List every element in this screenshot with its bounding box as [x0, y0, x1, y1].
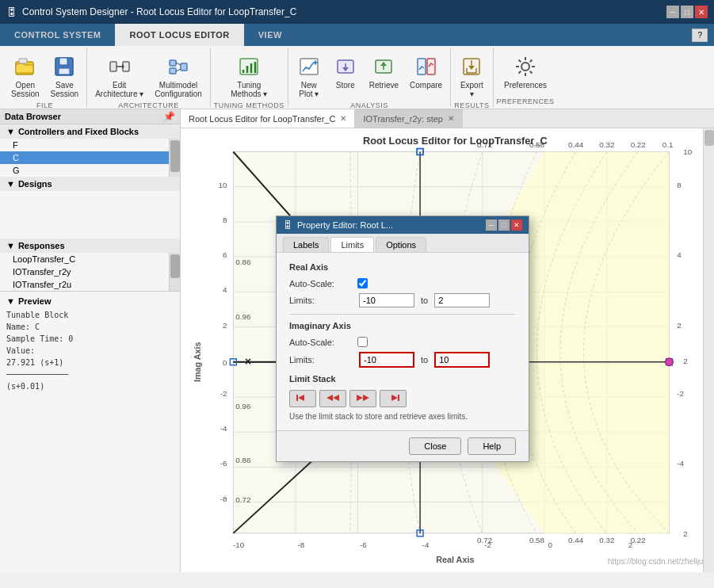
svg-marker-119	[363, 395, 369, 401]
controllers-scrollbar[interactable]	[169, 139, 180, 177]
close-button[interactable]: Close	[409, 437, 461, 455]
limit-stack-hint: Use the limit stack to store and retriev…	[289, 412, 516, 421]
imag-axis-autoscale-row: Auto-Scale:	[289, 337, 516, 347]
sidebar-iotransfer-r2y-label: IOTransfer_r2y	[13, 267, 71, 277]
close-button[interactable]: ✕	[695, 6, 708, 18]
doc-tab-iotransfer-close[interactable]: ✕	[448, 114, 454, 123]
store-button[interactable]: Store	[328, 51, 363, 93]
tab-control-system[interactable]: CONTROL SYSTEM	[0, 24, 115, 46]
main-layout: Data Browser 📌 ▼ Controllers and Fixed B…	[0, 109, 714, 572]
limit-stack-next-button[interactable]	[349, 390, 376, 407]
plot-area: × × -10 -8 -6 -4 -2 0	[181, 128, 714, 572]
modal-title-left: 🎛 Property Editor: Root L...	[283, 220, 393, 231]
retrieve-button[interactable]: Retrieve	[365, 51, 403, 93]
svg-marker-116	[298, 395, 304, 401]
imag-limits-from-input[interactable]	[359, 352, 414, 368]
limit-stack-prev-button[interactable]	[319, 390, 346, 407]
modal-close-x-button[interactable]: ✕	[511, 220, 522, 231]
real-axis-autoscale-row: Auto-Scale:	[289, 278, 516, 288]
modal-tab-options[interactable]: Options	[376, 237, 426, 252]
sidebar-pin-icon[interactable]: 📌	[163, 111, 175, 122]
toolbar-right-icons: ?	[692, 24, 714, 46]
title-bar: 🎛 Control System Designer - Root Locus E…	[0, 0, 714, 24]
svg-line-38	[519, 60, 521, 63]
limit-stack-last-button[interactable]	[380, 390, 407, 407]
doc-tab-iotransfer[interactable]: IOTransfer_r2y: step ✕	[355, 109, 462, 128]
sidebar-item-G[interactable]: G	[0, 164, 169, 177]
svg-line-41	[519, 71, 521, 74]
real-limits-to-input[interactable]	[434, 293, 490, 307]
doc-tab-root-locus-close[interactable]: ✕	[340, 114, 346, 123]
tab-view[interactable]: VIEW	[244, 24, 296, 46]
modal-tab-options-label: Options	[386, 240, 416, 250]
modal-title: Property Editor: Root L...	[297, 220, 393, 230]
preferences-label: Preferences	[504, 81, 547, 90]
tab-root-locus-editor[interactable]: ROOT LOCUS EDITOR	[115, 24, 243, 46]
toolbar-group-file: OpenSession SaveSession FILE	[3, 48, 87, 107]
toolbar-group-results: Export▾ RESULTS	[451, 48, 493, 107]
export-icon	[459, 54, 484, 79]
real-axis-section-title: Real Axis	[289, 262, 516, 272]
modal-tab-limits[interactable]: Limits	[330, 237, 374, 252]
doc-tab-root-locus[interactable]: Root Locus Editor for LoopTransfer_C ✕	[181, 109, 355, 128]
real-autoscale-checkbox[interactable]	[357, 278, 368, 288]
modal-maximize-button[interactable]: □	[498, 220, 510, 231]
modal-minimize-button[interactable]: ─	[486, 220, 497, 231]
new-plot-button[interactable]: NewPlot ▾	[292, 51, 326, 101]
multimodel-configuration-button[interactable]: MultimodelConfiguration	[150, 51, 206, 101]
limit-stack-first-button[interactable]	[289, 390, 316, 407]
responses-expand-icon: ▼	[6, 241, 15, 250]
preview-line-7: (s+0.01)	[6, 380, 174, 392]
compare-button[interactable]: Compare	[405, 51, 447, 93]
imag-limits-label: Limits:	[289, 355, 353, 365]
help-button-modal[interactable]: Help	[468, 437, 516, 455]
tab-root-locus-editor-label: ROOT LOCUS EDITOR	[129, 30, 229, 40]
toolbar-group-architecture: EditArchitecture ▾ MultimodelConfigurati…	[87, 48, 211, 107]
sidebar-item-iotransfer-r2u[interactable]: IOTransfer_r2u	[0, 278, 169, 291]
sidebar-iotransfer-r2u-label: IOTransfer_r2u	[13, 280, 71, 289]
preferences-button[interactable]: Preferences	[499, 51, 552, 93]
help-button[interactable]: ?	[692, 29, 708, 42]
maximize-button[interactable]: □	[681, 6, 693, 18]
save-session-button[interactable]: SaveSession	[46, 51, 84, 101]
controllers-section-header[interactable]: ▼ Controllers and Fixed Blocks	[0, 124, 180, 139]
sidebar-item-looptransfer[interactable]: LoopTransfer_C	[0, 253, 169, 265]
svg-marker-118	[333, 395, 339, 401]
real-limits-from-input[interactable]	[359, 293, 414, 307]
modal-tab-labels[interactable]: Labels	[283, 237, 329, 252]
svg-rect-29	[427, 59, 435, 74]
responses-scrollbar-thumb[interactable]	[170, 254, 180, 278]
tuning-methods-button[interactable]: TuningMethods ▾	[226, 51, 272, 101]
preview-section: ▼ Preview Tunable Block Name: C Sample T…	[0, 291, 180, 397]
matlab-icon: 🎛	[283, 220, 292, 231]
imag-autoscale-checkbox[interactable]	[357, 337, 368, 347]
minimize-button[interactable]: ─	[666, 6, 679, 18]
responses-section-header[interactable]: ▼ Responses	[0, 239, 180, 253]
responses-list-container: LoopTransfer_C IOTransfer_r2y IOTransfer…	[0, 253, 180, 291]
preview-header[interactable]: ▼ Preview	[6, 296, 174, 306]
limit-stack-section: Limit Stack	[289, 374, 516, 421]
svg-rect-3	[59, 58, 67, 65]
sidebar-item-iotransfer-r2y[interactable]: IOTransfer_r2y	[0, 265, 169, 278]
sidebar-item-C-label: C	[13, 153, 19, 162]
sidebar-item-C[interactable]: C	[0, 151, 169, 164]
sidebar-item-F[interactable]: F	[0, 139, 169, 151]
data-browser-title: Data Browser	[5, 112, 61, 121]
imag-limits-to-input[interactable]	[434, 352, 490, 368]
retrieve-icon	[371, 54, 396, 79]
imag-autoscale-label: Auto-Scale:	[289, 338, 353, 347]
store-label: Store	[336, 81, 355, 90]
designs-section-label: Designs	[18, 179, 52, 189]
preview-expand-icon: ▼	[6, 296, 15, 306]
imag-axis-limits-row: Limits: to	[289, 352, 516, 368]
responses-scrollbar[interactable]	[169, 253, 180, 291]
svg-rect-1	[19, 59, 27, 63]
doc-tabs: Root Locus Editor for LoopTransfer_C ✕ I…	[181, 109, 714, 128]
open-session-button[interactable]: OpenSession	[6, 51, 44, 101]
export-button[interactable]: Export▾	[454, 51, 489, 101]
edit-architecture-button[interactable]: EditArchitecture ▾	[90, 51, 148, 101]
designs-expand-icon: ▼	[6, 179, 15, 189]
modal-body: Real Axis Auto-Scale: Limits: to	[277, 253, 529, 430]
controllers-scrollbar-thumb[interactable]	[170, 140, 180, 172]
designs-section-header[interactable]: ▼ Designs	[0, 177, 180, 191]
